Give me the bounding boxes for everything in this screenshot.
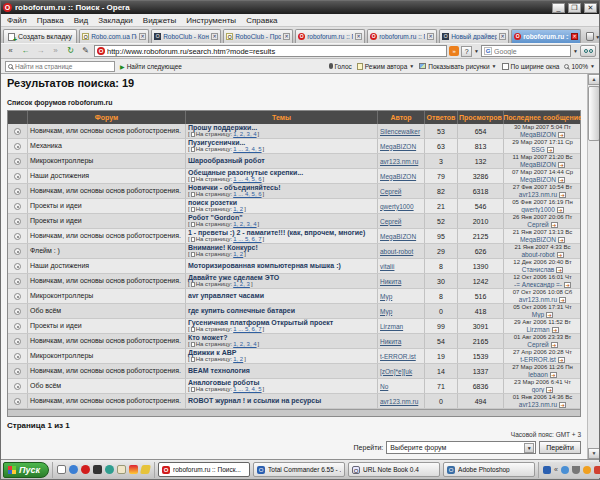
tab-close-icon[interactable]: ✕ xyxy=(499,33,506,40)
page-links[interactable]: 1 ... 5, 6, 7 xyxy=(233,236,261,243)
last-post-author-link[interactable]: about-robot xyxy=(521,251,554,258)
topic-link[interactable]: Робот "Gordon" xyxy=(188,214,375,221)
author-mode-button[interactable]: Режим автора ▼ xyxy=(357,63,414,70)
help-button[interactable]: ? xyxy=(461,46,472,57)
forum-link[interactable]: Наши достижения xyxy=(30,262,183,270)
forum-select[interactable]: Выберите форум ▼ xyxy=(386,441,536,454)
browser-tab[interactable]: O Новый драйвер дви... ✕ xyxy=(439,29,509,43)
menu-item[interactable]: Закладки xyxy=(98,16,133,25)
goto-latest-post-icon[interactable]: ➜ xyxy=(564,282,571,288)
forum-link[interactable]: Новичкам, или основы основ роботостроени… xyxy=(30,367,183,375)
web-search-field[interactable]: G xyxy=(481,45,571,57)
author-link[interactable]: Lirzman xyxy=(380,323,422,330)
page-links[interactable]: 1, 2, 3, 4 xyxy=(233,341,256,348)
author-link[interactable]: [zOn]*e][uk xyxy=(380,368,422,375)
rss-icon[interactable]: » xyxy=(449,46,459,56)
browser-tab[interactable]: O RoboClub - Проекты ✕ xyxy=(223,29,293,43)
forum-link[interactable]: Новичкам, или основы основ роботостроени… xyxy=(30,127,183,135)
topic-link[interactable]: Кто может? xyxy=(188,334,375,341)
chevron-down-icon[interactable]: ▼ xyxy=(492,63,497,69)
tab-close-icon[interactable]: ✕ xyxy=(355,33,362,40)
scroll-up-icon[interactable]: ▲ xyxy=(588,74,599,85)
new-tab-button[interactable]: Создать вкладку xyxy=(3,29,77,43)
tab-close-icon[interactable]: ✕ xyxy=(427,33,434,40)
topic-link[interactable]: Пузигусенички... xyxy=(188,139,375,146)
last-post-author-link[interactable]: Сергей xyxy=(527,341,548,348)
author-link[interactable]: Сергей xyxy=(380,218,422,225)
forum-link[interactable]: Новичкам, или основы основ роботостроени… xyxy=(30,277,183,285)
forum-link[interactable]: Проекты и идеи xyxy=(30,217,183,225)
scroll-down-icon[interactable]: ▼ xyxy=(588,448,599,459)
highlight-icon[interactable] xyxy=(140,465,151,474)
tab-close-icon[interactable]: ✕ xyxy=(283,33,290,40)
last-post-author-link[interactable]: t-ERROR.ist xyxy=(520,356,556,363)
page-links[interactable]: 1, 2 xyxy=(233,251,243,258)
goto-latest-post-icon[interactable]: ➜ xyxy=(558,177,565,183)
closed-tabs-trash-button[interactable]: ▼ xyxy=(583,30,600,43)
author-link[interactable]: avr123.nm.ru xyxy=(380,158,422,165)
page-links[interactable]: 1, 2, 3, 4 xyxy=(233,131,256,138)
author-link[interactable]: Мур xyxy=(380,308,422,315)
topic-link[interactable]: Гусеничная платформа Открытый проект xyxy=(188,319,375,326)
menu-item[interactable]: Инструменты xyxy=(186,16,236,25)
page-links[interactable]: 1 ... 5, 6, 7 xyxy=(233,326,261,333)
find-on-page-field[interactable] xyxy=(5,61,115,72)
goto-latest-post-icon[interactable]: ➜ xyxy=(559,192,566,198)
author-link[interactable]: MegaBIZON xyxy=(380,143,422,150)
forum-link[interactable]: Обо всём xyxy=(30,307,183,315)
page-links[interactable]: 1, 2 xyxy=(233,206,243,213)
taskbar-window-button[interactable]: O Adobe Photoshop xyxy=(443,462,535,477)
menu-item[interactable]: Справка xyxy=(246,16,277,25)
rewind-icon[interactable]: « xyxy=(4,45,17,57)
author-link[interactable]: MegaBIZON xyxy=(380,173,422,180)
taskbar-window-button[interactable]: O URL Note Book 0.4 xyxy=(348,462,440,477)
topic-link[interactable]: Новички - объединяйтесь! xyxy=(188,184,375,191)
forum-link[interactable]: Микроконтроллеры xyxy=(30,352,183,360)
chevron-down-icon[interactable]: ▼ xyxy=(409,63,414,69)
forum-link[interactable]: Проекты и идеи xyxy=(30,202,183,210)
forum-link[interactable]: Механика xyxy=(30,142,183,150)
goto-latest-post-icon[interactable]: ➜ xyxy=(559,402,566,408)
author-link[interactable]: vitalii xyxy=(380,263,422,270)
last-post-author-link[interactable]: Lirzman xyxy=(526,326,549,333)
topic-link[interactable]: 1 - преветы :) 2 - памагите!!! (как, впр… xyxy=(188,229,375,236)
goto-latest-post-icon[interactable]: ➜ xyxy=(552,327,559,333)
last-post-author-link[interactable]: SSG xyxy=(531,146,545,153)
opera-icon[interactable] xyxy=(81,465,90,474)
chevron-down-icon[interactable]: ▼ xyxy=(590,63,595,69)
forum-link[interactable]: Проекты и идеи xyxy=(30,322,183,330)
forum-link[interactable]: Новичкам, или основы основ роботостроени… xyxy=(30,232,183,240)
find-next-button[interactable]: ▶ Найти следующее xyxy=(120,63,182,70)
last-post-author-link[interactable]: MegaBIZON xyxy=(520,161,556,168)
browser-tab[interactable]: O roboforum.ru :: Про... ✕ xyxy=(295,29,365,43)
find-input[interactable] xyxy=(15,63,112,70)
forward-icon[interactable]: → xyxy=(34,45,47,57)
chevron-down-icon[interactable]: ▼ xyxy=(573,48,578,54)
messenger-icon[interactable] xyxy=(594,466,600,474)
goto-latest-post-icon[interactable]: ➜ xyxy=(559,297,566,303)
voice-button[interactable]: Голос xyxy=(329,63,352,70)
taskbar-window-button[interactable]: O Total Commander 6.55 - ... xyxy=(253,462,345,477)
menu-item[interactable]: Виджеты xyxy=(143,16,176,25)
author-link[interactable]: No xyxy=(380,383,422,390)
address-field[interactable]: O xyxy=(94,45,447,57)
topic-link[interactable]: Движки к АВР xyxy=(188,349,375,356)
topic-link[interactable]: ROBOT журнал ! и ссылки на ресурсы xyxy=(188,397,375,405)
goto-latest-post-icon[interactable]: ➜ xyxy=(547,147,554,153)
browser-icon[interactable] xyxy=(69,465,78,474)
topic-link[interactable]: Давайте уже сделаем ЭТО xyxy=(188,274,375,281)
topic-link[interactable]: Внимание! Конкурс! xyxy=(188,244,375,251)
topic-link[interactable]: Обещаные разогнутые скрепки... xyxy=(188,169,375,176)
forum-link[interactable]: Микроконтроллеры xyxy=(30,157,183,165)
page-links[interactable]: 1 ... 4, 5, 6 xyxy=(233,191,261,198)
browser-tab[interactable]: O roboforum.ru :: Про... ✕ xyxy=(367,29,437,43)
app-icon[interactable] xyxy=(543,466,551,474)
goto-latest-post-icon[interactable]: ➜ xyxy=(558,237,565,243)
goto-latest-post-icon[interactable]: ➜ xyxy=(551,222,558,228)
last-post-author-link[interactable]: gory xyxy=(532,386,545,393)
forum-link[interactable]: Новичкам, или основы основ роботостроени… xyxy=(30,187,183,195)
globe-icon[interactable] xyxy=(105,465,114,474)
page-links[interactable]: 1, 2 xyxy=(233,356,243,363)
goto-latest-post-icon[interactable]: ➜ xyxy=(558,162,565,168)
author-link[interactable]: qwerty1000 xyxy=(380,203,422,210)
